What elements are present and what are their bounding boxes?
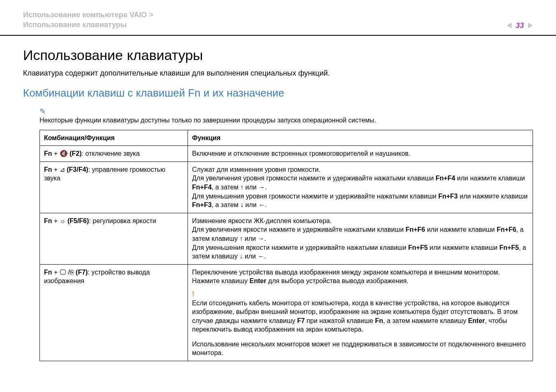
col-header-combo: Комбинация/Функция bbox=[40, 130, 188, 146]
arrow-up-icon: ↑ bbox=[240, 184, 243, 191]
table-row: Fn + 🖵 /⎘ (F7): устройство вывода изобра… bbox=[40, 264, 533, 361]
func-cell: Переключение устройства вывода изображен… bbox=[188, 264, 533, 361]
breadcrumb: Использование компьютера VAIO > Использо… bbox=[23, 10, 153, 30]
arrow-down-icon: ↓ bbox=[240, 253, 243, 260]
brightness-icon: ☼ bbox=[60, 217, 66, 224]
table-row: Fn + 🔇 (F2): отключение звука Включение … bbox=[40, 146, 533, 162]
fn-keys-table: Комбинация/Функция Функция Fn + 🔇 (F2): … bbox=[39, 130, 533, 361]
breadcrumb-line-1: Использование компьютера VAIO > bbox=[23, 10, 153, 20]
warning-icon: ! bbox=[192, 290, 528, 299]
mute-icon: 🔇 bbox=[60, 150, 68, 157]
arrow-down-icon: ↓ bbox=[240, 201, 243, 208]
arrow-right-icon: → bbox=[258, 235, 264, 242]
page-title: Использование клавиатуры bbox=[23, 47, 533, 63]
arrow-up-icon: ↑ bbox=[240, 235, 243, 242]
page-content: Использование клавиатуры Клавиатура соде… bbox=[0, 36, 556, 361]
combo-cell: Fn + 🔇 (F2): отключение звука bbox=[40, 146, 188, 162]
arrow-right-icon: → bbox=[258, 184, 265, 191]
pager: 33 bbox=[507, 21, 533, 30]
note-icon: ✎ bbox=[39, 107, 46, 116]
volume-icon: ⊿ bbox=[60, 166, 65, 173]
breadcrumb-line-2: Использование клавиатуры bbox=[23, 20, 153, 30]
arrow-left-icon: ← bbox=[258, 201, 265, 208]
prev-page-icon[interactable] bbox=[507, 23, 512, 28]
section-heading: Комбинации клавиш с клавишей Fn и их наз… bbox=[23, 87, 533, 99]
arrow-left-icon: ← bbox=[258, 253, 264, 260]
next-page-icon[interactable] bbox=[528, 23, 533, 28]
fn-label: Fn bbox=[44, 150, 52, 157]
table-row: Fn + ☼ (F5/F6): регулировка яркости Изме… bbox=[40, 213, 533, 264]
combo-cell: Fn + 🖵 /⎘ (F7): устройство вывода изобра… bbox=[40, 264, 188, 361]
combo-cell: Fn + ⊿ (F3/F4): управление громкостью зв… bbox=[40, 161, 188, 213]
display-output-icon: 🖵 /⎘ bbox=[60, 269, 74, 276]
note-block: ✎ Некоторые функции клавиатуры доступны … bbox=[39, 107, 533, 124]
func-cell: Включение и отключение встроенных громко… bbox=[188, 146, 533, 162]
col-header-func: Функция bbox=[188, 130, 533, 146]
note-text: Некоторые функции клавиатуры доступны то… bbox=[39, 117, 533, 124]
func-cell: Изменение яркости ЖК-дисплея компьютера.… bbox=[188, 213, 533, 264]
table-header-row: Комбинация/Функция Функция bbox=[40, 130, 533, 146]
table-row: Fn + ⊿ (F3/F4): управление громкостью зв… bbox=[40, 161, 533, 213]
page-header: Использование компьютера VAIO > Использо… bbox=[0, 0, 556, 36]
intro-text: Клавиатура содержит дополнительные клави… bbox=[23, 69, 533, 78]
func-cell: Служат для изменения уровня громкости. Д… bbox=[188, 161, 533, 213]
combo-cell: Fn + ☼ (F5/F6): регулировка яркости bbox=[40, 213, 188, 264]
page-number: 33 bbox=[516, 21, 524, 30]
